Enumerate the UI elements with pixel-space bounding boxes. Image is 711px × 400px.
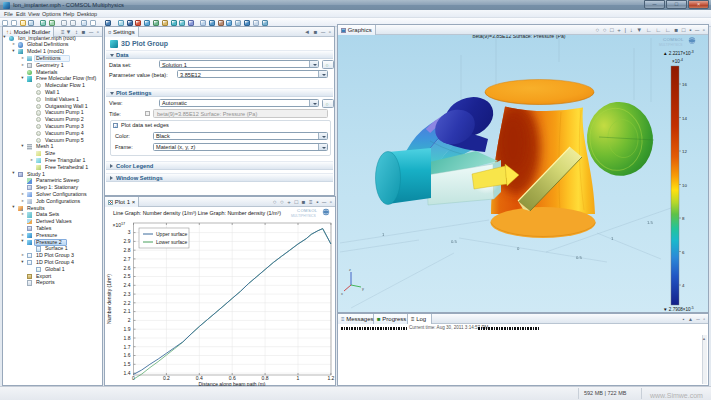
svg-text:1.7: 1.7 bbox=[124, 344, 131, 350]
svg-text:0.5: 0.5 bbox=[451, 239, 457, 244]
svg-text:2.5: 2.5 bbox=[124, 273, 131, 279]
svg-text:Lower surface: Lower surface bbox=[156, 239, 188, 245]
svg-text:1.8: 1.8 bbox=[124, 335, 131, 341]
svg-text:16: 16 bbox=[682, 82, 687, 87]
svg-text:1.9: 1.9 bbox=[124, 326, 131, 332]
svg-text:MULTIPHYSICS: MULTIPHYSICS bbox=[659, 43, 682, 47]
svg-text:COMSOL: COMSOL bbox=[297, 208, 318, 213]
svg-text:×10-4: ×10-4 bbox=[672, 58, 683, 64]
svg-text:0: 0 bbox=[132, 375, 135, 381]
svg-text:1.4: 1.4 bbox=[124, 370, 131, 376]
svg-text:8: 8 bbox=[682, 216, 685, 221]
svg-text:0: 0 bbox=[517, 246, 520, 251]
svg-text:Line Graph: Number density (1/: Line Graph: Number density (1/m³) Line G… bbox=[113, 210, 281, 216]
svg-text:14: 14 bbox=[682, 116, 687, 121]
svg-text:0.2: 0.2 bbox=[163, 375, 170, 381]
svg-text:3: 3 bbox=[128, 229, 131, 235]
svg-text:2.9: 2.9 bbox=[124, 238, 131, 244]
svg-text:2: 2 bbox=[128, 317, 131, 323]
svg-text:z: z bbox=[349, 268, 351, 272]
svg-text:0.5: 0.5 bbox=[576, 255, 582, 260]
svg-text:COMSOL: COMSOL bbox=[663, 37, 684, 42]
svg-text:12: 12 bbox=[682, 149, 687, 154]
svg-text:2.6: 2.6 bbox=[124, 265, 131, 271]
svg-text:1.5: 1.5 bbox=[647, 220, 653, 225]
svg-text:2.1: 2.1 bbox=[124, 308, 131, 314]
svg-text:6: 6 bbox=[682, 250, 685, 255]
svg-text:1: 1 bbox=[297, 375, 300, 381]
svg-text:▼ 2.7908×10-5: ▼ 2.7908×10-5 bbox=[663, 306, 694, 312]
svg-text:y: y bbox=[362, 287, 364, 291]
svg-text:×1017: ×1017 bbox=[113, 222, 126, 228]
svg-text:▲ 2.2217×10-3: ▲ 2.2217×10-3 bbox=[663, 50, 694, 56]
svg-text:Upper surface: Upper surface bbox=[156, 231, 188, 237]
svg-text:4: 4 bbox=[682, 283, 685, 288]
svg-text:2.8: 2.8 bbox=[124, 247, 131, 253]
svg-text:10: 10 bbox=[682, 183, 687, 188]
svg-text:1.5: 1.5 bbox=[124, 361, 131, 367]
svg-text:1.2: 1.2 bbox=[327, 375, 334, 381]
svg-text:2.7: 2.7 bbox=[124, 256, 131, 262]
svg-text:2.4: 2.4 bbox=[124, 282, 131, 288]
svg-text:2.2: 2.2 bbox=[124, 300, 131, 306]
svg-text:x: x bbox=[341, 292, 343, 296]
svg-text:1: 1 bbox=[611, 236, 614, 241]
svg-text:beta(9)=3.85E12 Surface: Pres: beta(9)=3.85E12 Surface: Pressure (Pa) bbox=[473, 35, 566, 39]
svg-text:Number density (1/m³): Number density (1/m³) bbox=[106, 274, 112, 324]
svg-text:2.3: 2.3 bbox=[124, 291, 131, 297]
svg-text:MULTIPHYSICS: MULTIPHYSICS bbox=[291, 214, 317, 218]
svg-text:1.6: 1.6 bbox=[124, 352, 131, 358]
